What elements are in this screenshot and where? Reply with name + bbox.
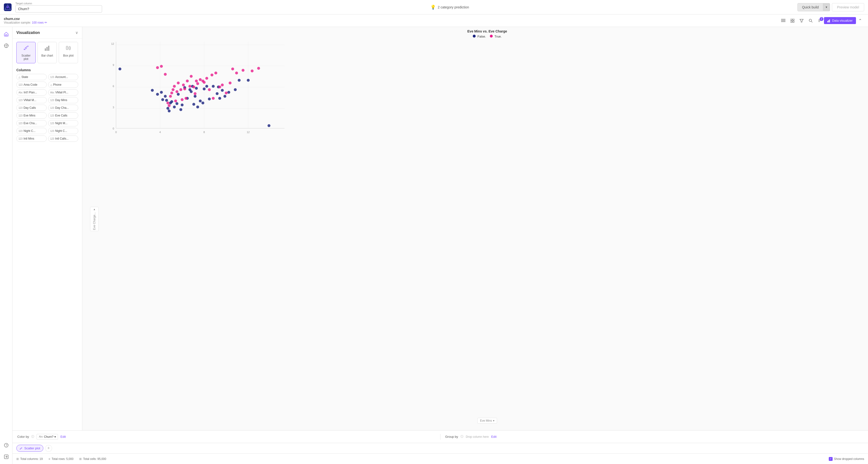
column-chip[interactable]: △Phone <box>48 82 79 88</box>
column-chip[interactable]: 123Day Cha... <box>48 105 79 111</box>
scatter-plot-type-button[interactable]: Scatter plot <box>17 42 36 63</box>
rows-count[interactable]: 100 rows <box>32 21 44 24</box>
color-by-edit-link[interactable]: Edit <box>60 435 66 438</box>
columns-title: Columns <box>17 68 78 72</box>
scatter-point <box>173 85 176 88</box>
show-dropped-checkbox[interactable]: ✓ <box>829 457 833 461</box>
filter-icon[interactable] <box>798 17 806 25</box>
column-chip[interactable]: 123Eve Calls <box>48 113 79 119</box>
chart-title: Eve Mins vs. Eve Charge <box>106 29 868 33</box>
scatter-point <box>156 93 159 96</box>
scatter-point <box>169 95 172 98</box>
columns-icon: ⊞ <box>17 457 19 461</box>
column-chip[interactable]: 123Day Calls <box>17 105 47 111</box>
column-chip[interactable]: 123Night C... <box>17 128 47 134</box>
color-by-dropdown-icon[interactable]: ▾ <box>54 435 56 438</box>
scatter-point <box>177 93 180 96</box>
search-icon[interactable] <box>807 17 815 25</box>
column-chip[interactable]: 123Night M... <box>48 120 79 126</box>
scatter-point <box>203 81 206 84</box>
sidebar-collapse-button[interactable]: ∨ <box>75 30 78 35</box>
y-axis-drop[interactable]: Eve Charge... ▾ <box>90 207 99 231</box>
chip-type-icon: △ <box>19 76 21 79</box>
box-plot-icon <box>65 44 72 53</box>
column-chip[interactable]: 123Night C... <box>48 128 79 134</box>
columns-grid: △State123Account...123Area Code△PhoneAbc… <box>17 74 78 142</box>
target-column-input[interactable] <box>16 5 102 12</box>
group-by-info-icon[interactable]: ⓘ <box>461 435 463 439</box>
show-dropped-label: Show dropped columns <box>834 457 864 461</box>
collapse-button[interactable]: ⌃ <box>856 17 864 25</box>
column-chip[interactable]: △State <box>17 74 47 80</box>
column-chip[interactable]: 123Area Code <box>17 82 47 88</box>
group-by-edit-link[interactable]: Edit <box>491 435 496 438</box>
nav-home-icon[interactable] <box>1 29 11 39</box>
sort-icon[interactable]: 2 <box>816 17 824 25</box>
quick-build-dropdown[interactable]: ▾ <box>823 3 830 11</box>
sidebar-title: Visualization <box>17 31 40 35</box>
grid-view-icon[interactable] <box>788 17 797 25</box>
column-chip[interactable]: AbcInt'l Plan... <box>17 89 47 96</box>
edit-pencil-icon[interactable]: ✏ <box>44 21 47 24</box>
svg-rect-18 <box>829 20 830 22</box>
x-axis-area: Eve Mins ▾ <box>106 411 868 430</box>
scatter-point <box>179 108 182 111</box>
nav-export-icon[interactable] <box>1 452 11 462</box>
preview-model-button[interactable]: Preview model <box>832 3 864 11</box>
nav-help-icon[interactable]: ? <box>1 440 11 450</box>
bar-chart-label: Bar chart <box>41 54 53 57</box>
svg-text:?: ? <box>5 443 7 447</box>
column-chip[interactable]: 123Account... <box>48 74 79 80</box>
svg-rect-20 <box>5 35 7 36</box>
chip-type-icon: Abc <box>50 91 54 94</box>
chip-type-icon: 123 <box>19 122 23 125</box>
sidebar-header: Visualization ∨ <box>12 27 82 38</box>
data-visualizer-button[interactable]: Data visualizer <box>824 17 856 24</box>
chip-type-icon: 123 <box>50 137 54 140</box>
quick-build-button[interactable]: Quick build <box>798 3 823 11</box>
box-plot-type-button[interactable]: Box plot <box>59 42 78 63</box>
column-chip[interactable]: 123Day Mins <box>48 97 79 103</box>
column-chip[interactable]: AbcVMail Pl... <box>48 89 79 96</box>
svg-text:8: 8 <box>204 131 205 133</box>
color-by-info-icon[interactable]: ⓘ <box>31 435 34 439</box>
target-column-label: Target column <box>16 2 102 5</box>
scatter-point <box>202 101 204 104</box>
scatter-plot-tab[interactable]: Scatter plot <box>17 445 43 452</box>
column-chip[interactable]: 123Intl Mins <box>17 135 47 142</box>
y-axis-dropdown-icon[interactable]: ▾ <box>94 208 95 211</box>
svg-point-33 <box>26 48 27 49</box>
app-logo[interactable] <box>4 3 11 11</box>
column-chip[interactable]: 123Eve Mins <box>17 113 47 119</box>
columns-section: Columns △State123Account...123Area Code△… <box>12 66 82 430</box>
chart-legend: False. True. <box>106 35 868 38</box>
left-nav: ? <box>0 27 12 464</box>
chip-type-icon: 123 <box>50 106 54 109</box>
bar-chart-type-button[interactable]: Bar chart <box>37 42 57 63</box>
tab-bar: Scatter plot + <box>12 443 868 454</box>
x-axis-drop[interactable]: Eve Mins ▾ <box>477 418 497 424</box>
scatter-point <box>181 98 184 101</box>
svg-point-11 <box>809 19 811 22</box>
color-by-value[interactable]: Abc Churn? ▾ <box>37 434 58 440</box>
scatter-point <box>182 84 185 86</box>
column-chip[interactable]: 123Eve Cha... <box>17 120 47 126</box>
cells-icon: ⊞ <box>79 457 82 461</box>
list-view-icon[interactable] <box>779 17 787 25</box>
scatter-point <box>203 88 206 91</box>
sidebar: Visualization ∨ <box>12 27 82 430</box>
svg-rect-6 <box>790 19 792 20</box>
scatter-plot-label: Scatter plot <box>19 54 33 61</box>
add-tab-button[interactable]: + <box>45 445 52 452</box>
x-axis-dropdown-icon[interactable]: ▾ <box>493 419 494 422</box>
scatter-point <box>205 85 208 88</box>
nav-data-icon[interactable] <box>1 41 11 51</box>
total-cells-item: ⊞ Total cells: 95,000 <box>79 457 106 461</box>
main-content: Visualization ∨ <box>12 27 868 464</box>
column-chip[interactable]: 123VMail M... <box>17 97 47 103</box>
show-dropped-section: ✓ Show dropped columns <box>829 457 864 461</box>
scatter-point <box>221 89 224 92</box>
svg-point-65 <box>21 447 22 448</box>
scatter-point <box>164 95 167 98</box>
column-chip[interactable]: 123Intl Calls... <box>48 135 79 142</box>
